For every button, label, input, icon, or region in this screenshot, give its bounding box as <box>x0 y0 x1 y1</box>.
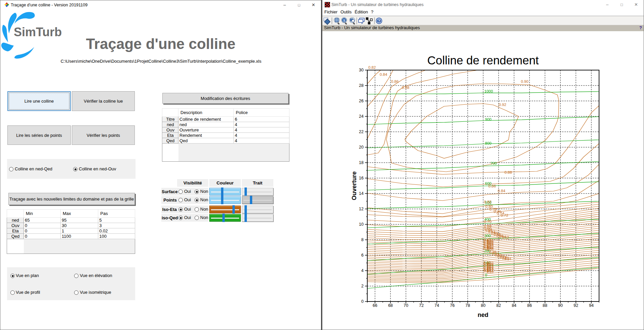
svg-text:6: 6 <box>361 253 364 258</box>
svg-text:Colline de rendement: Colline de rendement <box>427 54 539 67</box>
svg-text:0.88: 0.88 <box>402 86 409 90</box>
svg-text:74: 74 <box>434 303 439 308</box>
svg-text:900: 900 <box>485 117 491 121</box>
svg-text:92: 92 <box>574 303 578 308</box>
svg-text:24: 24 <box>359 114 364 119</box>
svg-text:0.82: 0.82 <box>484 200 491 204</box>
svg-text:0.86: 0.86 <box>391 79 398 84</box>
svg-text:300: 300 <box>484 234 491 238</box>
svg-text:80: 80 <box>481 303 486 308</box>
svg-text:1000: 1000 <box>484 89 493 93</box>
svg-text:0.82: 0.82 <box>368 65 376 69</box>
svg-text:0.86: 0.86 <box>488 184 496 188</box>
svg-text:0.24: 0.24 <box>504 257 512 261</box>
svg-text:14: 14 <box>359 191 364 196</box>
svg-text:72: 72 <box>419 303 424 308</box>
svg-text:800: 800 <box>485 141 491 145</box>
svg-text:20: 20 <box>359 145 364 150</box>
svg-text:90: 90 <box>558 303 563 308</box>
svg-text:86: 86 <box>527 303 532 308</box>
svg-text:88: 88 <box>543 303 547 308</box>
svg-text:82: 82 <box>496 303 501 308</box>
svg-text:10: 10 <box>359 222 364 227</box>
svg-text:0.90: 0.90 <box>521 79 528 84</box>
svg-text:8: 8 <box>361 237 364 242</box>
svg-text:4: 4 <box>361 268 364 273</box>
svg-text:26: 26 <box>359 99 364 103</box>
svg-text:18: 18 <box>359 160 364 165</box>
svg-text:76: 76 <box>450 303 454 308</box>
svg-text:0.70: 0.70 <box>484 220 491 224</box>
svg-text:Ouverture: Ouverture <box>351 171 358 200</box>
svg-text:66: 66 <box>373 303 377 308</box>
svg-text:0.92: 0.92 <box>499 103 506 107</box>
svg-text:94: 94 <box>589 303 594 308</box>
svg-text:0.84: 0.84 <box>380 72 387 76</box>
svg-text:0: 0 <box>361 299 364 304</box>
svg-text:0.88: 0.88 <box>504 170 512 174</box>
svg-text:68: 68 <box>388 303 393 308</box>
svg-text:70: 70 <box>404 303 408 308</box>
svg-text:28: 28 <box>359 83 364 88</box>
svg-text:0.72: 0.72 <box>501 213 508 217</box>
svg-text:2: 2 <box>361 284 364 288</box>
svg-text:ned: ned <box>478 312 488 318</box>
svg-text:12: 12 <box>359 207 364 211</box>
svg-text:30: 30 <box>359 68 364 72</box>
svg-text:84: 84 <box>512 303 517 308</box>
svg-text:0.84: 0.84 <box>498 189 505 193</box>
svg-text:700: 700 <box>490 161 497 165</box>
svg-text:78: 78 <box>465 303 470 308</box>
svg-text:16: 16 <box>359 176 364 180</box>
svg-text:0.52: 0.52 <box>502 235 509 239</box>
svg-text:22: 22 <box>359 129 364 134</box>
svg-text:0.10: 0.10 <box>487 270 494 274</box>
